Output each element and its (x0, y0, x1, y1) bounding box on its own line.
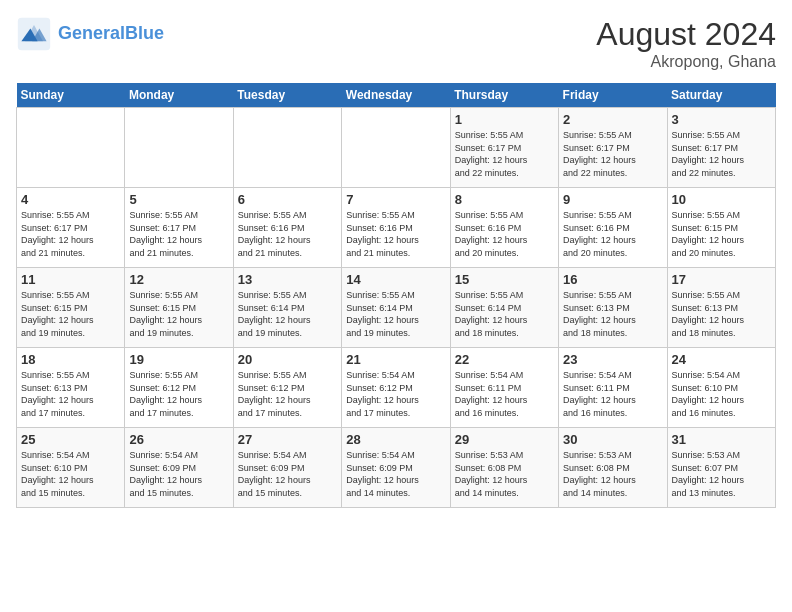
calendar-cell: 12Sunrise: 5:55 AM Sunset: 6:15 PM Dayli… (125, 268, 233, 348)
main-title: August 2024 (596, 16, 776, 53)
day-number: 22 (455, 352, 554, 367)
day-info: Sunrise: 5:55 AM Sunset: 6:12 PM Dayligh… (238, 369, 337, 419)
day-number: 1 (455, 112, 554, 127)
calendar-cell: 10Sunrise: 5:55 AM Sunset: 6:15 PM Dayli… (667, 188, 775, 268)
calendar-cell: 26Sunrise: 5:54 AM Sunset: 6:09 PM Dayli… (125, 428, 233, 508)
logo: GeneralBlue (16, 16, 164, 52)
day-info: Sunrise: 5:53 AM Sunset: 6:08 PM Dayligh… (563, 449, 662, 499)
calendar-header: SundayMondayTuesdayWednesdayThursdayFrid… (17, 83, 776, 108)
calendar-cell: 23Sunrise: 5:54 AM Sunset: 6:11 PM Dayli… (559, 348, 667, 428)
day-number: 3 (672, 112, 771, 127)
day-number: 4 (21, 192, 120, 207)
day-info: Sunrise: 5:54 AM Sunset: 6:12 PM Dayligh… (346, 369, 445, 419)
day-number: 20 (238, 352, 337, 367)
day-info: Sunrise: 5:53 AM Sunset: 6:07 PM Dayligh… (672, 449, 771, 499)
day-number: 13 (238, 272, 337, 287)
title-block: August 2024 Akropong, Ghana (596, 16, 776, 71)
calendar-cell: 6Sunrise: 5:55 AM Sunset: 6:16 PM Daylig… (233, 188, 341, 268)
calendar-table: SundayMondayTuesdayWednesdayThursdayFrid… (16, 83, 776, 508)
calendar-cell: 22Sunrise: 5:54 AM Sunset: 6:11 PM Dayli… (450, 348, 558, 428)
day-info: Sunrise: 5:55 AM Sunset: 6:14 PM Dayligh… (455, 289, 554, 339)
calendar-cell: 13Sunrise: 5:55 AM Sunset: 6:14 PM Dayli… (233, 268, 341, 348)
weekday-header: Wednesday (342, 83, 450, 108)
day-info: Sunrise: 5:54 AM Sunset: 6:11 PM Dayligh… (455, 369, 554, 419)
day-info: Sunrise: 5:55 AM Sunset: 6:17 PM Dayligh… (563, 129, 662, 179)
calendar-cell: 18Sunrise: 5:55 AM Sunset: 6:13 PM Dayli… (17, 348, 125, 428)
day-info: Sunrise: 5:55 AM Sunset: 6:13 PM Dayligh… (672, 289, 771, 339)
week-row: 4Sunrise: 5:55 AM Sunset: 6:17 PM Daylig… (17, 188, 776, 268)
day-info: Sunrise: 5:55 AM Sunset: 6:14 PM Dayligh… (238, 289, 337, 339)
week-row: 1Sunrise: 5:55 AM Sunset: 6:17 PM Daylig… (17, 108, 776, 188)
calendar-cell: 19Sunrise: 5:55 AM Sunset: 6:12 PM Dayli… (125, 348, 233, 428)
day-number: 21 (346, 352, 445, 367)
logo-line1: General (58, 23, 125, 43)
day-info: Sunrise: 5:53 AM Sunset: 6:08 PM Dayligh… (455, 449, 554, 499)
calendar-cell: 29Sunrise: 5:53 AM Sunset: 6:08 PM Dayli… (450, 428, 558, 508)
day-number: 14 (346, 272, 445, 287)
calendar-cell: 8Sunrise: 5:55 AM Sunset: 6:16 PM Daylig… (450, 188, 558, 268)
day-number: 25 (21, 432, 120, 447)
weekday-header: Saturday (667, 83, 775, 108)
day-number: 28 (346, 432, 445, 447)
weekday-header: Monday (125, 83, 233, 108)
day-number: 31 (672, 432, 771, 447)
calendar-cell: 16Sunrise: 5:55 AM Sunset: 6:13 PM Dayli… (559, 268, 667, 348)
day-number: 2 (563, 112, 662, 127)
day-info: Sunrise: 5:55 AM Sunset: 6:16 PM Dayligh… (455, 209, 554, 259)
day-info: Sunrise: 5:54 AM Sunset: 6:10 PM Dayligh… (21, 449, 120, 499)
day-number: 7 (346, 192, 445, 207)
day-number: 17 (672, 272, 771, 287)
weekday-row: SundayMondayTuesdayWednesdayThursdayFrid… (17, 83, 776, 108)
day-info: Sunrise: 5:55 AM Sunset: 6:17 PM Dayligh… (21, 209, 120, 259)
calendar-cell: 24Sunrise: 5:54 AM Sunset: 6:10 PM Dayli… (667, 348, 775, 428)
day-number: 30 (563, 432, 662, 447)
calendar-cell: 27Sunrise: 5:54 AM Sunset: 6:09 PM Dayli… (233, 428, 341, 508)
day-info: Sunrise: 5:55 AM Sunset: 6:15 PM Dayligh… (672, 209, 771, 259)
calendar-cell: 25Sunrise: 5:54 AM Sunset: 6:10 PM Dayli… (17, 428, 125, 508)
calendar-cell: 28Sunrise: 5:54 AM Sunset: 6:09 PM Dayli… (342, 428, 450, 508)
day-info: Sunrise: 5:55 AM Sunset: 6:12 PM Dayligh… (129, 369, 228, 419)
calendar-cell: 31Sunrise: 5:53 AM Sunset: 6:07 PM Dayli… (667, 428, 775, 508)
day-info: Sunrise: 5:55 AM Sunset: 6:16 PM Dayligh… (346, 209, 445, 259)
day-info: Sunrise: 5:54 AM Sunset: 6:10 PM Dayligh… (672, 369, 771, 419)
day-number: 11 (21, 272, 120, 287)
day-number: 24 (672, 352, 771, 367)
calendar-cell: 20Sunrise: 5:55 AM Sunset: 6:12 PM Dayli… (233, 348, 341, 428)
calendar-cell: 4Sunrise: 5:55 AM Sunset: 6:17 PM Daylig… (17, 188, 125, 268)
page-header: GeneralBlue August 2024 Akropong, Ghana (16, 16, 776, 71)
day-info: Sunrise: 5:55 AM Sunset: 6:13 PM Dayligh… (563, 289, 662, 339)
day-number: 27 (238, 432, 337, 447)
calendar-cell: 30Sunrise: 5:53 AM Sunset: 6:08 PM Dayli… (559, 428, 667, 508)
day-number: 10 (672, 192, 771, 207)
week-row: 25Sunrise: 5:54 AM Sunset: 6:10 PM Dayli… (17, 428, 776, 508)
calendar-cell: 15Sunrise: 5:55 AM Sunset: 6:14 PM Dayli… (450, 268, 558, 348)
calendar-cell (233, 108, 341, 188)
day-info: Sunrise: 5:55 AM Sunset: 6:16 PM Dayligh… (563, 209, 662, 259)
calendar-cell (125, 108, 233, 188)
day-number: 19 (129, 352, 228, 367)
calendar-cell: 3Sunrise: 5:55 AM Sunset: 6:17 PM Daylig… (667, 108, 775, 188)
calendar-cell (17, 108, 125, 188)
calendar-cell: 1Sunrise: 5:55 AM Sunset: 6:17 PM Daylig… (450, 108, 558, 188)
logo-line2: Blue (125, 23, 164, 43)
day-info: Sunrise: 5:55 AM Sunset: 6:17 PM Dayligh… (129, 209, 228, 259)
day-number: 16 (563, 272, 662, 287)
weekday-header: Friday (559, 83, 667, 108)
sub-title: Akropong, Ghana (596, 53, 776, 71)
calendar-body: 1Sunrise: 5:55 AM Sunset: 6:17 PM Daylig… (17, 108, 776, 508)
day-number: 23 (563, 352, 662, 367)
calendar-cell: 7Sunrise: 5:55 AM Sunset: 6:16 PM Daylig… (342, 188, 450, 268)
day-number: 26 (129, 432, 228, 447)
logo-text: GeneralBlue (58, 24, 164, 44)
day-number: 18 (21, 352, 120, 367)
day-info: Sunrise: 5:55 AM Sunset: 6:13 PM Dayligh… (21, 369, 120, 419)
day-number: 6 (238, 192, 337, 207)
day-info: Sunrise: 5:55 AM Sunset: 6:17 PM Dayligh… (672, 129, 771, 179)
day-number: 29 (455, 432, 554, 447)
calendar-cell (342, 108, 450, 188)
calendar-cell: 2Sunrise: 5:55 AM Sunset: 6:17 PM Daylig… (559, 108, 667, 188)
day-number: 8 (455, 192, 554, 207)
calendar-cell: 21Sunrise: 5:54 AM Sunset: 6:12 PM Dayli… (342, 348, 450, 428)
day-info: Sunrise: 5:55 AM Sunset: 6:15 PM Dayligh… (129, 289, 228, 339)
calendar-cell: 9Sunrise: 5:55 AM Sunset: 6:16 PM Daylig… (559, 188, 667, 268)
